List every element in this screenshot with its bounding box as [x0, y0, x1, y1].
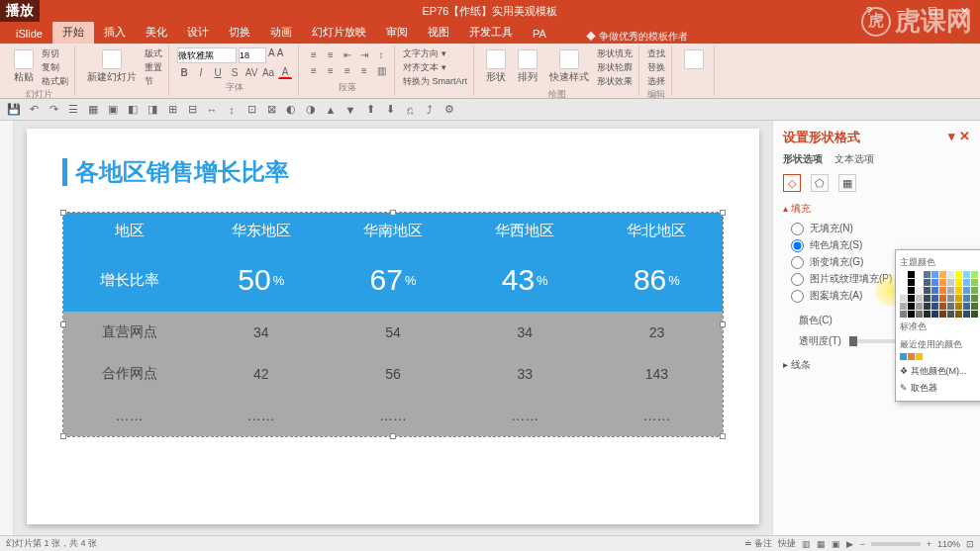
smartart-button[interactable]: 转换为 SmartArt [403, 75, 467, 88]
italic-icon[interactable]: I [194, 65, 208, 79]
qat-icon[interactable]: ▼ [343, 102, 358, 118]
qat-icon[interactable]: ↔ [204, 102, 220, 118]
qat-icon[interactable]: ⊡ [244, 102, 259, 118]
font-name-input[interactable] [177, 47, 237, 63]
tab-slideshow[interactable]: 幻灯片放映 [302, 21, 376, 44]
text-direction-button[interactable]: 文字方向 ▾ [403, 47, 467, 60]
shapes-button[interactable]: 形状 [482, 47, 510, 86]
copy-button[interactable]: 复制 [42, 61, 68, 74]
strike-icon[interactable]: S [228, 65, 242, 79]
pane-close-icon[interactable]: ▾ ✕ [948, 129, 970, 146]
select-button[interactable]: 选择 [647, 75, 665, 88]
find-button[interactable]: 查找 [647, 47, 665, 60]
shape-outline-button[interactable]: 形状轮廓 [597, 61, 633, 74]
quick-style-button[interactable]: 快速样式 [545, 47, 593, 86]
tab-transition[interactable]: 切换 [219, 21, 260, 44]
fit-window-icon[interactable]: ⊡ [966, 539, 974, 549]
qat-icon[interactable]: ▲ [323, 102, 339, 118]
qat-icon[interactable]: ◨ [145, 102, 160, 118]
align-left-icon[interactable]: ≡ [307, 63, 321, 77]
font-color-icon[interactable]: A [278, 65, 292, 79]
qat-icon[interactable]: ⬇ [382, 102, 398, 118]
minimize-icon[interactable]: ─ [885, 0, 917, 22]
recent-colors[interactable] [900, 353, 977, 360]
qat-icon[interactable]: ⤴ [422, 102, 438, 118]
close-icon[interactable]: ✕ [948, 0, 980, 22]
shrink-font-icon[interactable]: A [277, 47, 284, 63]
slideshow-view-icon[interactable]: ▶ [846, 539, 853, 549]
section-button[interactable]: 节 [145, 75, 162, 88]
format-painter-button[interactable]: 格式刷 [42, 75, 68, 88]
zoom-in-icon[interactable]: + [927, 539, 931, 549]
indent-inc-icon[interactable]: ⇥ [357, 47, 371, 61]
zoom-value[interactable]: 110% [937, 539, 960, 549]
grow-font-icon[interactable]: A [268, 47, 275, 63]
new-slide-button[interactable]: 新建幻灯片 [83, 47, 141, 86]
size-props-icon[interactable]: ▦ [838, 174, 856, 192]
qat-icon[interactable]: ▣ [105, 102, 121, 118]
line-spacing-icon[interactable]: ↕ [374, 47, 388, 61]
help-icon[interactable]: ? [853, 0, 885, 22]
tab-review[interactable]: 审阅 [376, 21, 418, 44]
bold-icon[interactable]: B [177, 65, 191, 79]
maximize-icon[interactable]: ☐ [917, 0, 948, 22]
theme-color-grid[interactable] [900, 271, 977, 318]
align-right-icon[interactable]: ≡ [341, 63, 354, 77]
layout-button[interactable]: 版式 [145, 47, 162, 60]
numbering-icon[interactable]: ≡ [324, 47, 338, 61]
qat-icon[interactable]: ⊠ [263, 102, 279, 118]
underline-icon[interactable]: U [211, 65, 225, 79]
undo-icon[interactable]: ↶ [26, 102, 42, 118]
qat-icon[interactable]: ◧ [125, 102, 141, 118]
paste-button[interactable]: 粘贴 [10, 47, 38, 86]
indent-dec-icon[interactable]: ⇤ [341, 47, 354, 61]
qat-icon[interactable]: ▦ [85, 102, 101, 118]
pane-tab-shape[interactable]: 形状选项 [783, 152, 823, 166]
tab-islide[interactable]: iSlide [6, 24, 52, 44]
columns-icon[interactable]: ▥ [374, 63, 388, 77]
ribbon-message[interactable]: ◆ 争做优秀的模板作者 [586, 30, 688, 44]
extra-button[interactable] [680, 47, 708, 71]
effects-icon[interactable]: ⬠ [811, 174, 829, 192]
redo-icon[interactable]: ↷ [46, 102, 61, 118]
qat-icon[interactable]: ⬆ [362, 102, 378, 118]
arrange-button[interactable]: 排列 [514, 47, 541, 86]
fill-line-icon[interactable]: ◇ [783, 174, 801, 192]
notes-button[interactable]: ≐ 备注 [744, 537, 773, 550]
replace-button[interactable]: 替换 [647, 61, 665, 74]
font-size-input[interactable] [239, 47, 266, 63]
qat-icon[interactable]: ☰ [65, 102, 81, 118]
tab-home[interactable]: 开始 [52, 21, 94, 44]
normal-view-icon[interactable]: ▥ [802, 539, 811, 549]
shape-effects-button[interactable]: 形状效果 [597, 75, 633, 88]
align-center-icon[interactable]: ≡ [324, 63, 338, 77]
qat-icon[interactable]: ⊟ [184, 102, 200, 118]
qat-icon[interactable]: ↕ [224, 102, 240, 118]
shape-fill-button[interactable]: 形状填充 [597, 47, 633, 60]
pane-tab-text[interactable]: 文本选项 [834, 152, 874, 166]
qat-icon[interactable]: ◐ [283, 102, 299, 118]
tab-animation[interactable]: 动画 [260, 21, 302, 44]
reset-button[interactable]: 重置 [145, 61, 162, 74]
spacing-icon[interactable]: Aa [261, 65, 275, 79]
data-table[interactable]: 地区 华东地区 华南地区 华西地区 华北地区 增长比率 50% 67% 43% … [62, 212, 724, 437]
cut-button[interactable]: 剪切 [42, 47, 68, 60]
zoom-slider[interactable] [871, 542, 921, 546]
zoom-out-icon[interactable]: − [859, 539, 864, 549]
tab-dev[interactable]: 开发工具 [459, 21, 523, 44]
qat-icon[interactable]: ⊞ [164, 102, 180, 118]
more-colors-button[interactable]: ❖ 其他颜色(M)... [900, 363, 977, 380]
tab-beautify[interactable]: 美化 [136, 21, 177, 44]
extra-button[interactable]: 快捷 [778, 537, 796, 550]
justify-icon[interactable]: ≡ [357, 63, 371, 77]
eyedropper-button[interactable]: ✎ 取色器 [900, 380, 977, 397]
radio-no-fill[interactable]: 无填充(N) [791, 222, 970, 235]
bullets-icon[interactable]: ≡ [307, 47, 321, 61]
qat-icon[interactable]: ⚙ [441, 102, 457, 118]
tab-design[interactable]: 设计 [177, 21, 219, 44]
fill-section-header[interactable]: ▴ 填充 [783, 202, 970, 216]
tab-view[interactable]: 视图 [418, 21, 459, 44]
qat-icon[interactable]: ◑ [303, 102, 319, 118]
sorter-view-icon[interactable]: ▦ [817, 539, 826, 549]
save-icon[interactable]: 💾 [6, 102, 22, 118]
